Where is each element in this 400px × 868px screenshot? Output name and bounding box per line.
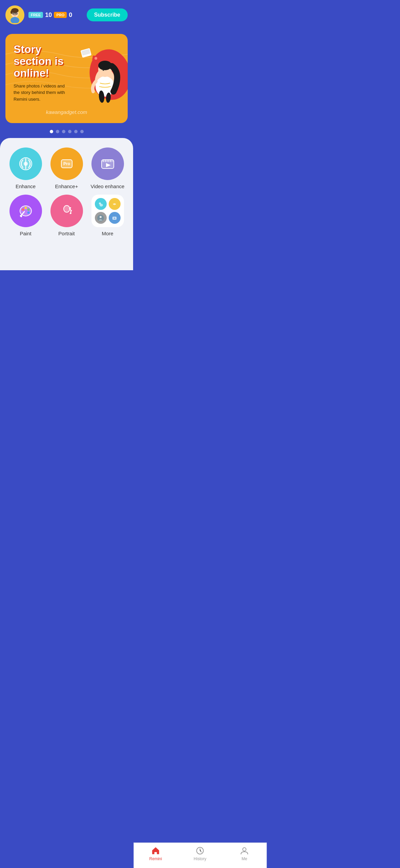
more-mini-2 bbox=[109, 198, 121, 210]
dot-6[interactable] bbox=[80, 130, 84, 133]
banner-card[interactable]: Story section is online! Share photos / … bbox=[5, 34, 128, 123]
feature-enhance[interactable]: Enhance bbox=[7, 147, 44, 189]
feature-paint[interactable]: Paint bbox=[7, 195, 44, 236]
svg-point-3 bbox=[10, 11, 13, 14]
portrait-icon-bg bbox=[50, 195, 83, 227]
paint-icon bbox=[17, 202, 35, 220]
banner-title: Story section is online! bbox=[14, 43, 72, 79]
dot-4[interactable] bbox=[68, 130, 71, 133]
dot-5[interactable] bbox=[74, 130, 78, 133]
features-grid: Enhance Pro Enhance+ bbox=[7, 147, 126, 236]
paint-label: Paint bbox=[20, 231, 31, 236]
free-badge: FREE bbox=[28, 12, 43, 18]
svg-point-5 bbox=[16, 13, 17, 14]
svg-point-41 bbox=[71, 210, 72, 211]
video-enhance-icon-bg bbox=[91, 147, 124, 180]
header: FREE 10 PRO 0 Subscribe bbox=[0, 0, 133, 28]
avatar[interactable] bbox=[5, 5, 24, 24]
svg-point-35 bbox=[24, 207, 27, 209]
enhance-plus-icon-bg: Pro bbox=[50, 147, 83, 180]
svg-point-36 bbox=[27, 209, 29, 211]
video-enhance-icon bbox=[99, 155, 117, 173]
svg-point-48 bbox=[100, 216, 102, 218]
feature-enhance-plus[interactable]: Pro Enhance+ bbox=[48, 147, 85, 189]
enhance-plus-icon: Pro bbox=[58, 155, 76, 173]
svg-point-40 bbox=[70, 207, 71, 209]
dot-3[interactable] bbox=[62, 130, 65, 133]
banner-illustration bbox=[69, 37, 128, 105]
more-mini-3 bbox=[95, 212, 107, 224]
free-count: 10 bbox=[45, 12, 52, 19]
video-enhance-label: Video enhance bbox=[91, 183, 125, 189]
enhance-icon-bg bbox=[9, 147, 42, 180]
svg-point-37 bbox=[27, 212, 29, 214]
enhance-label: Enhance bbox=[16, 183, 36, 189]
svg-text:Pro: Pro bbox=[63, 161, 70, 166]
token-display: FREE 10 PRO 0 bbox=[28, 12, 87, 19]
feature-more[interactable]: More bbox=[89, 195, 126, 236]
more-mini-4 bbox=[109, 212, 121, 224]
svg-point-39 bbox=[64, 205, 70, 212]
dot-2[interactable] bbox=[56, 130, 59, 133]
more-label: More bbox=[102, 231, 113, 236]
feature-video-enhance[interactable]: Video enhance bbox=[89, 147, 126, 189]
pro-badge: PRO bbox=[54, 12, 67, 18]
dot-1[interactable] bbox=[50, 130, 53, 133]
feature-portrait[interactable]: Portrait bbox=[48, 195, 85, 236]
main-content: Enhance Pro Enhance+ bbox=[0, 138, 133, 270]
portrait-icon bbox=[58, 202, 76, 220]
banner-subtitle: Share photos / videos and the story behi… bbox=[14, 83, 72, 103]
svg-point-42 bbox=[70, 213, 71, 214]
svg-point-34 bbox=[22, 209, 24, 211]
pro-count: 0 bbox=[69, 12, 72, 19]
enhance-plus-label: Enhance+ bbox=[55, 183, 78, 189]
more-icon-grid bbox=[91, 195, 124, 227]
svg-point-45 bbox=[100, 204, 103, 206]
svg-point-23 bbox=[24, 162, 28, 166]
subscribe-button[interactable]: Subscribe bbox=[87, 8, 128, 21]
carousel-dots bbox=[0, 123, 133, 137]
svg-point-15 bbox=[103, 70, 104, 71]
svg-point-4 bbox=[13, 13, 14, 14]
enhance-icon bbox=[17, 155, 35, 173]
banner-area: Story section is online! Share photos / … bbox=[0, 28, 133, 123]
more-mini-1 bbox=[95, 198, 107, 210]
portrait-label: Portrait bbox=[58, 231, 75, 236]
paint-icon-bg bbox=[9, 195, 42, 227]
banner-watermark: kawangadget.com bbox=[14, 109, 120, 115]
